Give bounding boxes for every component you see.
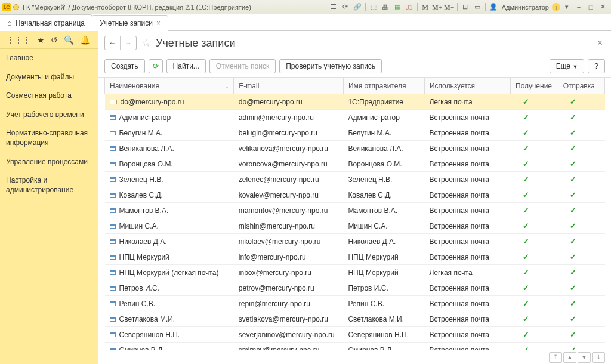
col-used[interactable]: Используется [424,78,510,94]
scroll-down-button[interactable]: ▼ [578,352,591,363]
user-label[interactable]: Администратор [499,4,551,11]
sidebar-item-1[interactable]: Документы и файлы [0,68,98,87]
row-used: Встроенная почта [424,343,510,350]
nav-back-button[interactable]: ← [105,36,121,50]
table-row[interactable]: Репин С.В.repin@mercury-npo.ruРепин С.В.… [105,296,605,311]
row-name: НПЦ Меркурий (легкая почта) [119,269,219,277]
calendar-icon[interactable]: ▦ [392,2,403,13]
row-used: Встроенная почта [424,203,510,218]
table-row[interactable]: Великанова Л.А.velikanova@mercury-npo.ru… [105,141,605,156]
col-sender[interactable]: Имя отправителя [343,78,424,94]
table-row[interactable]: Белугин М.А.belugin@mercury-npo.ruБелуги… [105,125,605,141]
toolbar-icon-3[interactable]: 🔗 [352,2,363,13]
row-email: zelenec@mercury-npo.ru [234,172,344,187]
table-row[interactable]: Николаев Д.А.nikolaev@mercury-npo.ruНико… [105,234,605,249]
help-button[interactable]: ? [588,59,605,73]
m-plus-button[interactable]: M+ [432,2,443,13]
table-row[interactable]: Мамонтов В.А.mamontov@mercury-npo.ruМамо… [105,203,605,218]
table-row[interactable]: Ковалев С.Д.kovalev@mercury-npo.ruКовале… [105,187,605,203]
row-send: ✓ [558,187,604,203]
date-icon[interactable]: 31 [404,2,415,13]
sidebar-item-6[interactable]: Настройка и администрирование [0,171,98,199]
row-used: Встроенная почта [424,141,510,156]
row-sender: Мамонтов В.А. [343,203,424,218]
page-title: Учетные записи [156,37,235,50]
table-row[interactable]: Мишин С.А.mishin@mercury-npo.ruМишин С.А… [105,218,605,234]
info-icon[interactable]: i [552,3,560,11]
row-send: ✓ [558,141,604,156]
table-footer: ⤒ ▲ ▼ ⤓ [98,350,611,364]
search-titlebar-icon[interactable]: ▭ [472,2,483,13]
sort-icon: ↓ [225,82,229,90]
check-icon: ✓ [570,330,576,339]
sidebar-item-0[interactable]: Главное [0,49,98,68]
table-row[interactable]: Зеленец Н.В.zelenec@mercury-npo.ruЗелене… [105,172,605,187]
col-email[interactable]: E-mail [234,78,344,94]
row-recv: ✓ [511,343,558,350]
nav-buttons: ← → [104,36,137,50]
row-send: ✓ [558,94,604,110]
account-icon [110,177,116,182]
table-row[interactable]: Петров И.С.petrov@mercury-npo.ruПетров И… [105,280,605,296]
bell-icon[interactable]: 🔔 [80,35,90,45]
table-row[interactable]: do@mercury-npo.rudo@mercury-npo.ru1С:Пре… [105,94,605,110]
check-icon: ✓ [570,268,576,277]
table-row[interactable]: Администраторadmin@mercury-npo.ruАдминис… [105,110,605,125]
app-logo-icon: 1C [2,3,11,11]
minimize-icon[interactable]: − [573,2,584,13]
row-name: Мишин С.А. [119,222,159,230]
m-button[interactable]: M [420,2,431,13]
find-button[interactable]: Найти... [166,59,206,73]
row-used: Встроенная почта [424,280,510,296]
check-account-button[interactable]: Проверить учетную запись [279,59,382,73]
row-send: ✓ [558,203,604,218]
tab-close-icon[interactable]: × [156,19,161,27]
m-minus-button[interactable]: M− [444,2,455,13]
sidebar-item-2[interactable]: Совместная работа [0,87,98,106]
table-row[interactable]: Воронцова О.М.voroncova@mercury-npo.ruВо… [105,156,605,172]
col-name[interactable]: Наименование↓ [105,78,234,94]
sidebar-item-3[interactable]: Учет рабочего времени [0,106,98,125]
window-icon[interactable]: ⊞ [460,2,471,13]
row-recv: ✓ [511,280,558,296]
apps-icon[interactable]: ⋮⋮⋮ [6,35,31,45]
history-icon[interactable]: ↺ [51,35,58,45]
table-row[interactable]: НПЦ Меркурий (легкая почта)inbox@mercury… [105,265,605,280]
dropdown-titlebar-icon[interactable]: ▾ [561,2,572,13]
refresh-button[interactable]: ⟳ [149,59,163,73]
scroll-bottom-button[interactable]: ⤓ [592,352,605,363]
toolbar-icon-1[interactable]: ☰ [328,2,339,13]
search-icon[interactable]: 🔍 [64,35,74,45]
tab-home[interactable]: ⌂ Начальная страница [0,14,92,31]
col-send[interactable]: Отправка [558,78,604,94]
table-row[interactable]: Светлакова М.И.svetlakova@mercury-npo.ru… [105,311,605,327]
sidebar-item-4[interactable]: Нормативно-справочная информация [0,124,98,152]
scroll-up-button[interactable]: ▲ [563,352,576,363]
create-button[interactable]: Создать [104,59,145,73]
row-sender: Администратор [343,110,424,125]
check-icon: ✓ [523,314,529,323]
table-row[interactable]: Смирнов В.Д.smirnov@mercury-npo.ruСмирно… [105,343,605,350]
more-button[interactable]: Еще ▼ [550,59,585,73]
nav-forward-button[interactable]: → [121,36,136,50]
row-email: smirnov@mercury-npo.ru [234,343,344,350]
col-recv[interactable]: Получение [511,78,558,94]
star-icon[interactable]: ★ [37,35,45,45]
row-sender: Ковалев С.Д. [343,187,424,203]
close-window-icon[interactable]: ✕ [597,2,608,13]
check-icon: ✓ [523,175,529,184]
close-page-icon[interactable]: × [595,38,605,48]
tab-accounts[interactable]: Учетные записи × [92,15,168,31]
toolbar-icon-4[interactable]: ⬚ [368,2,379,13]
print-icon[interactable]: 🖶 [380,2,391,13]
maximize-icon[interactable]: □ [585,2,596,13]
toolbar-icon-2[interactable]: ⟳ [340,2,351,13]
row-name: Репин С.В. [119,300,156,308]
favorite-star-icon[interactable]: ☆ [141,36,151,50]
sidebar-item-5[interactable]: Управление процессами [0,153,98,172]
table-row[interactable]: НПЦ Меркурийinfo@mercury-npo.ruНПЦ Мерку… [105,249,605,265]
scroll-top-button[interactable]: ⤒ [549,352,562,363]
cancel-search-button: Отменить поиск [209,59,276,73]
table-row[interactable]: Северянинов Н.П.severjaninov@mercury-npo… [105,327,605,343]
row-used: Встроенная почта [424,110,510,125]
